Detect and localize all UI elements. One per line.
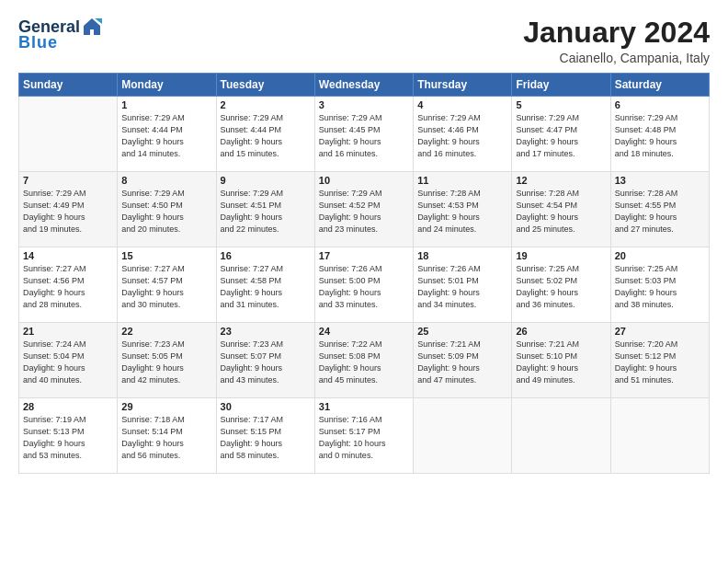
day-info: Sunrise: 7:29 AM Sunset: 4:44 PM Dayligh… bbox=[221, 112, 311, 160]
day-info: Sunrise: 7:29 AM Sunset: 4:46 PM Dayligh… bbox=[417, 112, 507, 160]
day-number: 19 bbox=[516, 250, 606, 261]
day-info: Sunrise: 7:26 AM Sunset: 5:00 PM Dayligh… bbox=[319, 263, 409, 311]
day-number: 6 bbox=[615, 99, 705, 110]
day-info: Sunrise: 7:26 AM Sunset: 5:01 PM Dayligh… bbox=[417, 263, 507, 311]
day-info: Sunrise: 7:22 AM Sunset: 5:08 PM Dayligh… bbox=[319, 339, 409, 386]
calendar-cell: 28Sunrise: 7:19 AM Sunset: 5:13 PM Dayli… bbox=[19, 398, 118, 474]
day-number: 11 bbox=[417, 175, 507, 186]
calendar-cell: 26Sunrise: 7:21 AM Sunset: 5:10 PM Dayli… bbox=[512, 323, 610, 398]
day-number: 23 bbox=[221, 326, 311, 337]
weekday-wednesday: Wednesday bbox=[314, 74, 413, 97]
day-info: Sunrise: 7:20 AM Sunset: 5:12 PM Dayligh… bbox=[615, 339, 705, 386]
day-number: 8 bbox=[121, 175, 211, 186]
month-title: January 2024 bbox=[523, 17, 710, 49]
weekday-tuesday: Tuesday bbox=[216, 74, 314, 97]
calendar-cell: 19Sunrise: 7:25 AM Sunset: 5:02 PM Dayli… bbox=[512, 247, 610, 323]
day-info: Sunrise: 7:16 AM Sunset: 5:17 PM Dayligh… bbox=[319, 414, 409, 462]
day-info: Sunrise: 7:24 AM Sunset: 5:04 PM Dayligh… bbox=[23, 339, 113, 386]
day-info: Sunrise: 7:27 AM Sunset: 4:56 PM Dayligh… bbox=[23, 263, 113, 311]
day-number: 17 bbox=[319, 250, 409, 261]
calendar-cell bbox=[414, 398, 512, 474]
calendar-cell: 27Sunrise: 7:20 AM Sunset: 5:12 PM Dayli… bbox=[610, 323, 709, 398]
calendar-cell: 11Sunrise: 7:28 AM Sunset: 4:53 PM Dayli… bbox=[414, 172, 512, 247]
calendar-cell: 23Sunrise: 7:23 AM Sunset: 5:07 PM Dayli… bbox=[216, 323, 314, 398]
day-info: Sunrise: 7:25 AM Sunset: 5:02 PM Dayligh… bbox=[516, 263, 606, 311]
day-info: Sunrise: 7:28 AM Sunset: 4:55 PM Dayligh… bbox=[615, 188, 705, 236]
calendar-cell: 30Sunrise: 7:17 AM Sunset: 5:15 PM Dayli… bbox=[216, 398, 314, 474]
calendar-cell: 2Sunrise: 7:29 AM Sunset: 4:44 PM Daylig… bbox=[216, 97, 314, 172]
day-number: 9 bbox=[221, 175, 311, 186]
calendar-cell: 14Sunrise: 7:27 AM Sunset: 4:56 PM Dayli… bbox=[19, 247, 118, 323]
day-number: 21 bbox=[23, 326, 113, 337]
day-info: Sunrise: 7:29 AM Sunset: 4:45 PM Dayligh… bbox=[319, 112, 409, 160]
day-number: 24 bbox=[319, 326, 409, 337]
weekday-saturday: Saturday bbox=[610, 74, 709, 97]
day-info: Sunrise: 7:29 AM Sunset: 4:47 PM Dayligh… bbox=[516, 112, 606, 160]
day-info: Sunrise: 7:21 AM Sunset: 5:09 PM Dayligh… bbox=[417, 339, 507, 386]
day-info: Sunrise: 7:29 AM Sunset: 4:51 PM Dayligh… bbox=[221, 188, 311, 236]
calendar-cell: 29Sunrise: 7:18 AM Sunset: 5:14 PM Dayli… bbox=[118, 398, 216, 474]
calendar-week-row: 7Sunrise: 7:29 AM Sunset: 4:49 PM Daylig… bbox=[19, 172, 710, 247]
day-number: 10 bbox=[319, 175, 409, 186]
day-info: Sunrise: 7:29 AM Sunset: 4:52 PM Dayligh… bbox=[319, 188, 409, 236]
day-info: Sunrise: 7:17 AM Sunset: 5:15 PM Dayligh… bbox=[221, 414, 311, 462]
calendar-cell bbox=[610, 398, 709, 474]
day-info: Sunrise: 7:29 AM Sunset: 4:48 PM Dayligh… bbox=[615, 112, 705, 160]
day-number: 12 bbox=[516, 175, 606, 186]
logo-icon bbox=[82, 17, 102, 37]
calendar-cell: 1Sunrise: 7:29 AM Sunset: 4:44 PM Daylig… bbox=[118, 97, 216, 172]
calendar-cell: 16Sunrise: 7:27 AM Sunset: 4:58 PM Dayli… bbox=[216, 247, 314, 323]
calendar-cell: 17Sunrise: 7:26 AM Sunset: 5:00 PM Dayli… bbox=[314, 247, 413, 323]
day-number: 14 bbox=[23, 250, 113, 261]
day-number: 29 bbox=[121, 401, 211, 412]
day-number: 7 bbox=[23, 175, 113, 186]
day-info: Sunrise: 7:27 AM Sunset: 4:57 PM Dayligh… bbox=[121, 263, 211, 311]
day-info: Sunrise: 7:18 AM Sunset: 5:14 PM Dayligh… bbox=[121, 414, 211, 462]
logo-blue-text: Blue bbox=[18, 33, 58, 52]
day-number: 4 bbox=[417, 99, 507, 110]
calendar-cell: 5Sunrise: 7:29 AM Sunset: 4:47 PM Daylig… bbox=[512, 97, 610, 172]
calendar-cell: 9Sunrise: 7:29 AM Sunset: 4:51 PM Daylig… bbox=[216, 172, 314, 247]
calendar-cell: 6Sunrise: 7:29 AM Sunset: 4:48 PM Daylig… bbox=[610, 97, 709, 172]
calendar-cell bbox=[512, 398, 610, 474]
day-info: Sunrise: 7:28 AM Sunset: 4:53 PM Dayligh… bbox=[417, 188, 507, 236]
logo: General Blue bbox=[18, 17, 102, 52]
day-info: Sunrise: 7:29 AM Sunset: 4:44 PM Dayligh… bbox=[121, 112, 211, 160]
day-number: 16 bbox=[221, 250, 311, 261]
day-number: 20 bbox=[615, 250, 705, 261]
day-info: Sunrise: 7:19 AM Sunset: 5:13 PM Dayligh… bbox=[23, 414, 113, 462]
day-info: Sunrise: 7:28 AM Sunset: 4:54 PM Dayligh… bbox=[516, 188, 606, 236]
calendar-cell: 31Sunrise: 7:16 AM Sunset: 5:17 PM Dayli… bbox=[314, 398, 413, 474]
day-info: Sunrise: 7:27 AM Sunset: 4:58 PM Dayligh… bbox=[221, 263, 311, 311]
calendar-cell: 22Sunrise: 7:23 AM Sunset: 5:05 PM Dayli… bbox=[118, 323, 216, 398]
day-info: Sunrise: 7:29 AM Sunset: 4:50 PM Dayligh… bbox=[121, 188, 211, 236]
calendar-cell: 3Sunrise: 7:29 AM Sunset: 4:45 PM Daylig… bbox=[314, 97, 413, 172]
weekday-sunday: Sunday bbox=[19, 74, 118, 97]
calendar-cell bbox=[19, 97, 118, 172]
day-number: 27 bbox=[615, 326, 705, 337]
day-number: 25 bbox=[417, 326, 507, 337]
calendar-cell: 10Sunrise: 7:29 AM Sunset: 4:52 PM Dayli… bbox=[314, 172, 413, 247]
calendar-cell: 8Sunrise: 7:29 AM Sunset: 4:50 PM Daylig… bbox=[118, 172, 216, 247]
calendar-cell: 4Sunrise: 7:29 AM Sunset: 4:46 PM Daylig… bbox=[414, 97, 512, 172]
calendar-cell: 12Sunrise: 7:28 AM Sunset: 4:54 PM Dayli… bbox=[512, 172, 610, 247]
day-number: 28 bbox=[23, 401, 113, 412]
calendar-week-row: 28Sunrise: 7:19 AM Sunset: 5:13 PM Dayli… bbox=[19, 398, 710, 474]
calendar-cell: 25Sunrise: 7:21 AM Sunset: 5:09 PM Dayli… bbox=[414, 323, 512, 398]
header: General Blue January 2024 Caianello, Cam… bbox=[18, 17, 710, 65]
page: General Blue January 2024 Caianello, Cam… bbox=[0, 0, 728, 563]
day-number: 26 bbox=[516, 326, 606, 337]
day-info: Sunrise: 7:23 AM Sunset: 5:05 PM Dayligh… bbox=[121, 339, 211, 386]
calendar-cell: 24Sunrise: 7:22 AM Sunset: 5:08 PM Dayli… bbox=[314, 323, 413, 398]
day-info: Sunrise: 7:23 AM Sunset: 5:07 PM Dayligh… bbox=[221, 339, 311, 386]
weekday-monday: Monday bbox=[118, 74, 216, 97]
calendar-cell: 7Sunrise: 7:29 AM Sunset: 4:49 PM Daylig… bbox=[19, 172, 118, 247]
day-number: 5 bbox=[516, 99, 606, 110]
title-block: January 2024 Caianello, Campania, Italy bbox=[523, 17, 710, 65]
weekday-friday: Friday bbox=[512, 74, 610, 97]
day-number: 31 bbox=[319, 401, 409, 412]
calendar-cell: 20Sunrise: 7:25 AM Sunset: 5:03 PM Dayli… bbox=[610, 247, 709, 323]
weekday-thursday: Thursday bbox=[414, 74, 512, 97]
day-number: 30 bbox=[221, 401, 311, 412]
calendar-week-row: 14Sunrise: 7:27 AM Sunset: 4:56 PM Dayli… bbox=[19, 247, 710, 323]
